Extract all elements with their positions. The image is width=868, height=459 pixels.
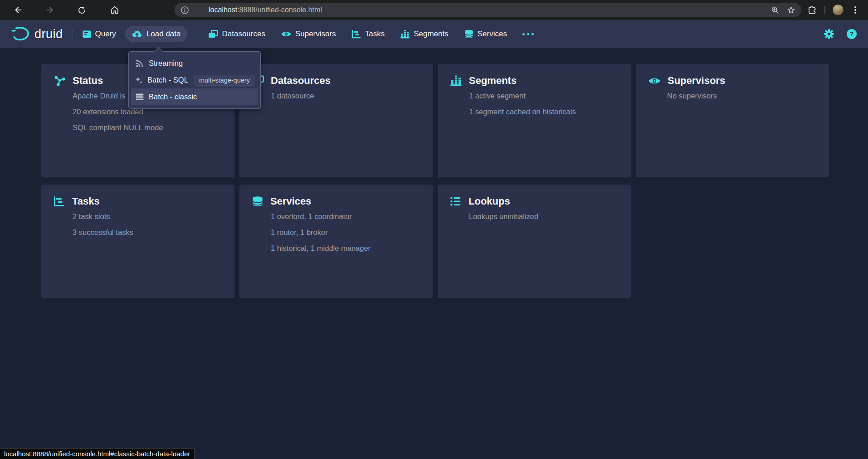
- bookmark-star-icon[interactable]: [786, 5, 796, 15]
- services-card[interactable]: Services 1 overlord, 1 coordinator 1 rou…: [239, 185, 433, 298]
- cloud-upload-icon: [132, 30, 142, 38]
- menu-item-label: Batch - classic: [149, 93, 197, 101]
- datasources-card[interactable]: Datasources 1 datasource: [239, 64, 433, 177]
- help-icon[interactable]: ?: [846, 29, 857, 39]
- link-preview-text: localhost:8888/unified-console.html#clas…: [4, 450, 190, 458]
- card-title: Supervisors: [668, 75, 725, 87]
- nav-item-label: Tasks: [365, 29, 385, 39]
- nav-item-supervisors[interactable]: Supervisors: [281, 20, 336, 48]
- browser-home-icon[interactable]: [109, 5, 120, 15]
- nav-item-datasources[interactable]: Datasources: [208, 20, 265, 48]
- browser-forward-icon[interactable]: [44, 5, 55, 15]
- link-preview-tooltip: localhost:8888/unified-console.html#clas…: [0, 448, 195, 459]
- card-title: Tasks: [72, 195, 100, 207]
- tasks-card[interactable]: Tasks 2 task slots 3 successful tasks: [41, 185, 234, 298]
- card-line: 1 overlord, 1 coordinator: [271, 212, 433, 221]
- nav-item-services[interactable]: Services: [464, 20, 507, 48]
- address-bar[interactable]: localhost:8888/unified-console.html: [175, 3, 801, 17]
- status-graph-icon: [54, 75, 66, 87]
- nav-item-load-data[interactable]: Load data: [125, 26, 188, 42]
- menu-item-label: Batch - SQL: [147, 76, 188, 84]
- segments-chart-icon: [450, 75, 462, 86]
- database-icon: [252, 196, 263, 207]
- card-title: Datasources: [271, 75, 331, 87]
- card-line: SQL compliant NULL mode: [73, 123, 234, 132]
- url-path: :8888/unified-console.html: [237, 6, 322, 14]
- nav-item-label: Services: [478, 29, 507, 39]
- nav-item-label: Supervisors: [295, 29, 336, 39]
- druid-logo-icon[interactable]: [11, 26, 30, 42]
- lookups-card[interactable]: Lookups Lookups uninitialized: [438, 185, 631, 298]
- help-glyph: ?: [850, 30, 854, 38]
- nav-item-segments[interactable]: Segments: [400, 20, 449, 48]
- nav-more-icon[interactable]: [522, 20, 534, 48]
- eye-icon: [281, 30, 292, 38]
- nav-item-label: Load data: [146, 29, 181, 39]
- nav-item-label: Segments: [414, 29, 449, 39]
- screen: localhost:8888/unified-console.html: [0, 0, 868, 459]
- browser-menu-icon[interactable]: [851, 5, 860, 15]
- browser-toolbar: localhost:8888/unified-console.html: [0, 0, 868, 20]
- card-line: Lookups uninitialized: [469, 212, 631, 221]
- url-text: localhost:8888/unified-console.html: [209, 6, 322, 14]
- toolbar-separator: [824, 6, 825, 14]
- url-host: localhost: [209, 6, 237, 14]
- card-title: Services: [270, 195, 312, 207]
- browser-back-icon[interactable]: [13, 5, 24, 15]
- menu-item-streaming[interactable]: Streaming: [131, 55, 258, 72]
- sparkles-icon: [135, 76, 143, 84]
- card-title: Lookups: [468, 195, 510, 207]
- druid-navbar: druid Query Load data: [0, 20, 868, 48]
- card-line: 2 task slots: [73, 212, 234, 221]
- profile-avatar[interactable]: [832, 4, 844, 16]
- segments-card[interactable]: Segments 1 active segment 1 segment cach…: [438, 64, 631, 177]
- database-icon: [464, 29, 474, 39]
- settings-gear-icon[interactable]: [824, 29, 834, 39]
- menu-item-batch-classic[interactable]: Batch - classic: [131, 88, 258, 105]
- browser-refresh-icon[interactable]: [76, 5, 87, 15]
- list-lines-icon: [135, 93, 144, 101]
- card-line: 1 router, 1 broker: [271, 228, 433, 237]
- card-line: No supervisors: [667, 91, 829, 100]
- segments-chart-icon: [400, 30, 410, 39]
- nav-item-label: Query: [95, 29, 116, 39]
- card-title: Status: [73, 75, 103, 87]
- nav-item-tasks[interactable]: Tasks: [351, 20, 385, 48]
- load-data-menu: Streaming Batch - SQL multi-stage-query …: [128, 51, 261, 109]
- card-line: 3 successful tasks: [73, 228, 234, 237]
- datasources-icon: [208, 30, 218, 39]
- menu-item-label: Streaming: [149, 59, 183, 68]
- card-line: 1 datasource: [271, 91, 433, 100]
- card-line: 1 historical, 1 middle manager: [271, 244, 433, 253]
- gantt-chart-icon: [351, 30, 361, 39]
- streaming-feed-icon: [135, 59, 144, 68]
- card-line: 1 active segment: [469, 91, 631, 100]
- brand-wordmark: druid: [34, 27, 63, 41]
- card-title: Segments: [469, 75, 517, 87]
- supervisors-card[interactable]: Supervisors No supervisors: [636, 64, 829, 177]
- navbar-separator: [197, 29, 197, 39]
- nav-item-query[interactable]: Query: [83, 20, 116, 48]
- lookups-list-icon: [450, 196, 462, 207]
- msq-badge: multi-stage-query: [195, 75, 254, 86]
- nav-item-label: Datasources: [222, 29, 265, 39]
- menu-item-batch-sql[interactable]: Batch - SQL multi-stage-query: [131, 72, 258, 88]
- extensions-icon[interactable]: [807, 5, 818, 15]
- navbar-separator: [73, 29, 73, 39]
- eye-icon: [648, 77, 661, 85]
- query-icon: [83, 30, 91, 38]
- zoom-icon[interactable]: [770, 5, 780, 15]
- card-line: 1 segment cached on historicals: [469, 107, 631, 116]
- site-info-icon[interactable]: [180, 6, 189, 15]
- gantt-chart-icon: [54, 196, 65, 207]
